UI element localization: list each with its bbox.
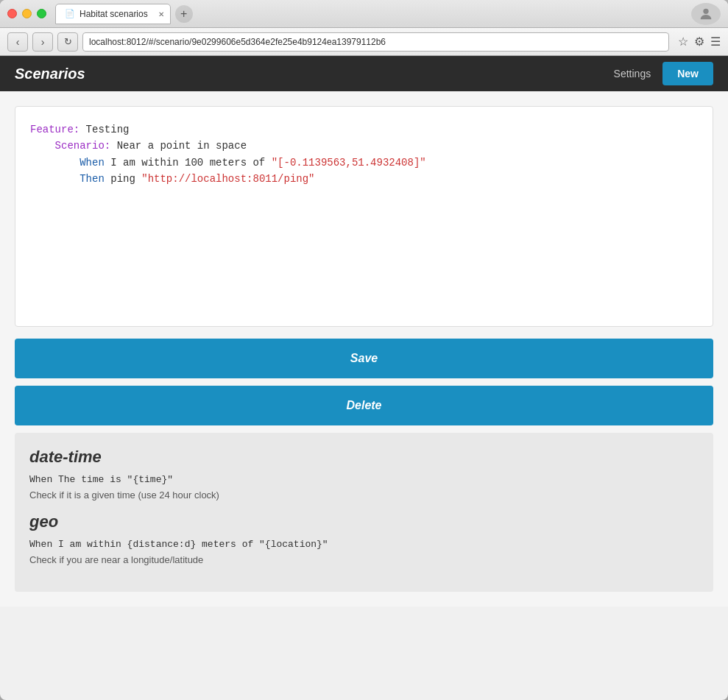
new-tab-button[interactable]: +: [175, 5, 193, 23]
help-desc-geo: Check if you are near a longitude/latitu…: [29, 554, 699, 565]
nav-bar: ‹ › ↻ localhost:8012/#/scenario/9e029960…: [0, 28, 728, 56]
nav-icons: ☆ ⚙ ☰: [678, 35, 721, 49]
maximize-button[interactable]: [37, 9, 46, 18]
code-line-2: Scenario: Near a point in space: [30, 138, 698, 154]
browser-tab[interactable]: 📄 Habitat scenarios ✕: [55, 4, 171, 24]
delete-button[interactable]: Delete: [15, 386, 713, 425]
user-avatar: [691, 3, 721, 25]
traffic-lights: [7, 9, 46, 18]
page-icon: 📄: [65, 9, 75, 18]
tab-title: Habitat scenarios: [79, 9, 148, 19]
close-button[interactable]: [7, 9, 17, 18]
forward-button[interactable]: ›: [32, 32, 53, 52]
header-right: Settings New: [614, 62, 713, 85]
code-line-4: Then ping "http://localhost:8011/ping": [30, 171, 698, 187]
back-button[interactable]: ‹: [7, 32, 28, 52]
string-url: "http://localhost:8011/ping": [141, 173, 314, 185]
content-area: Feature: Testing Scenario: Near a point …: [0, 91, 728, 607]
settings-icon[interactable]: ⚙: [694, 35, 704, 49]
star-icon[interactable]: ☆: [678, 35, 688, 49]
code-line-3: When I am within 100 meters of "[-0.1139…: [30, 155, 698, 171]
code-editor[interactable]: Feature: Testing Scenario: Near a point …: [15, 106, 713, 327]
code-line-1: Feature: Testing: [30, 121, 698, 138]
address-bar[interactable]: localhost:8012/#/scenario/9e0299606e5d36…: [82, 32, 669, 52]
keyword-feature: Feature:: [30, 124, 79, 135]
browser-window: 📄 Habitat scenarios ✕ + ‹ › ↻ localhost:…: [0, 0, 728, 700]
settings-link[interactable]: Settings: [614, 68, 651, 79]
help-section: date-time When The time is "{time}" Chec…: [15, 433, 713, 592]
keyword-then: Then: [79, 173, 105, 185]
minimize-button[interactable]: [22, 9, 32, 18]
keyword-when: When: [79, 157, 105, 169]
help-code-geo: When I am within {distance:d} meters of …: [29, 539, 699, 550]
tab-close-icon[interactable]: ✕: [158, 10, 164, 18]
help-title-geo: geo: [29, 512, 699, 531]
help-desc-datetime: Check if it is a given time (use 24 hour…: [29, 489, 699, 501]
app-title: Scenarios: [15, 66, 85, 82]
title-bar: 📄 Habitat scenarios ✕ +: [0, 0, 728, 28]
save-button[interactable]: Save: [15, 339, 713, 378]
address-text: localhost:8012/#/scenario/9e0299606e5d36…: [89, 37, 386, 47]
help-code-datetime: When The time is "{time}": [29, 474, 699, 485]
keyword-scenario: Scenario:: [55, 140, 111, 152]
help-title-datetime: date-time: [29, 448, 699, 467]
tab-bar: 📄 Habitat scenarios ✕ +: [55, 4, 685, 24]
refresh-button[interactable]: ↻: [57, 32, 78, 52]
string-location: "[-0.1139563,51.4932408]": [272, 157, 426, 169]
new-button[interactable]: New: [662, 62, 713, 85]
app-header: Scenarios Settings New: [0, 56, 728, 91]
menu-icon[interactable]: ☰: [710, 35, 721, 49]
svg-point-0: [703, 8, 708, 13]
